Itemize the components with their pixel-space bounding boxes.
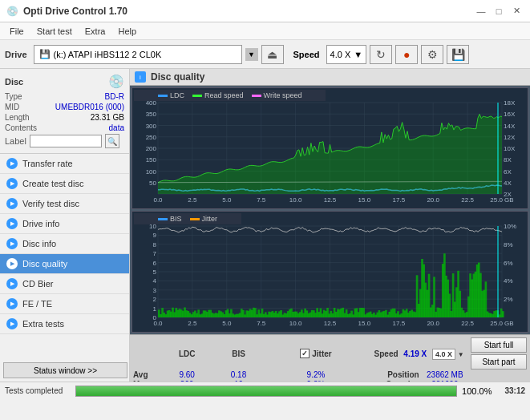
speed-header-value: 4.19 X	[403, 349, 427, 358]
verify-test-disc-icon: ▶	[6, 198, 18, 209]
disc-quality-label: Disc quality	[22, 259, 67, 269]
speed-header-select[interactable]: 4.0 X	[432, 349, 455, 360]
stats-header-row: LDC BIS ✓ Jitter Speed 4.19 X 4.0 X ▼ St…	[133, 337, 527, 370]
progress-text: 100.0%	[462, 386, 492, 396]
drive-info-icon: ▶	[6, 218, 18, 229]
sidebar-item-disc-info[interactable]: ▶ Disc info	[0, 234, 129, 254]
speed-select[interactable]: 4.0 X ▼	[326, 45, 367, 64]
sidebar-item-drive-info[interactable]: ▶ Drive info	[0, 214, 129, 234]
stats-header-speed: Speed 4.19 X 4.0 X ▼	[367, 349, 471, 358]
drive-dropdown-arrow[interactable]: ▼	[245, 48, 258, 61]
menu-file[interactable]: File	[3, 25, 30, 38]
status-text: Tests completed	[5, 386, 63, 395]
stats-header-jitter-check: ✓ Jitter	[265, 349, 368, 358]
sidebar-item-transfer-rate[interactable]: ▶ Transfer rate	[0, 154, 129, 174]
transfer-rate-label: Transfer rate	[22, 159, 73, 168]
burn-button[interactable]: ●	[395, 45, 418, 64]
verify-test-disc-label: Verify test disc	[22, 199, 79, 208]
drive-label: Drive	[5, 50, 27, 59]
drive-value: (k:) ATAPI iHBS112 2 CL0K	[54, 50, 162, 59]
start-part-button[interactable]: Start part	[471, 354, 527, 370]
disc-contents-value: data	[109, 123, 124, 132]
title-bar-controls: — □ ✕	[474, 4, 524, 18]
disc-label-btn[interactable]: 🔍	[105, 134, 119, 148]
chart1-canvas	[132, 88, 528, 208]
minimize-button[interactable]: —	[474, 4, 488, 18]
disc-type-row: Type BD-R	[5, 92, 124, 101]
disc-type-label: Type	[5, 92, 22, 101]
max-bis: 10	[212, 380, 264, 382]
drive-select[interactable]: 💾 (k:) ATAPI iHBS112 2 CL0K	[34, 45, 242, 64]
progress-bar-bg	[75, 386, 457, 397]
save-button[interactable]: 💾	[447, 45, 469, 64]
speed-header-label: Speed	[374, 349, 399, 358]
status-time: 33:12	[504, 386, 525, 395]
disc-label-input[interactable]	[30, 135, 102, 147]
title-bar: 💿 Opti Drive Control 1.70 — □ ✕	[0, 0, 530, 22]
right-panel: i Disc quality LDC Read speed	[130, 69, 530, 382]
status-bar: Tests completed 100.0% 33:12	[0, 382, 530, 399]
sidebar-item-extra-tests[interactable]: ▶ Extra tests	[0, 314, 129, 334]
chart2-container: BIS Jitter	[131, 211, 528, 333]
app-title: Opti Drive Control 1.70	[23, 6, 127, 17]
speed-dropdown-icon[interactable]: ▼	[458, 351, 464, 358]
jitter-checkbox[interactable]: ✓	[300, 349, 310, 358]
sidebar-item-disc-quality[interactable]: ▶ Disc quality	[0, 254, 129, 274]
fe-te-icon: ▶	[6, 298, 18, 309]
write-legend-dot	[252, 95, 261, 97]
content-icon: i	[135, 71, 146, 83]
sidebar-item-create-test-disc[interactable]: ▶ Create test disc	[0, 174, 129, 194]
content-title: Disc quality	[151, 71, 204, 83]
refresh-button[interactable]: ↻	[370, 45, 392, 64]
main-content: Disc 💿 Type BD-R MID UMEBDR016 (000) Len…	[0, 69, 530, 382]
stats-max-row: Max 369 10 9.8% Samples 381600	[133, 380, 527, 382]
bis-legend-label: BIS	[170, 215, 182, 223]
menu-help[interactable]: Help	[111, 25, 143, 38]
jitter-legend-dot	[190, 218, 200, 220]
status-window-btn[interactable]: Status window >>	[3, 362, 127, 378]
disc-mid-row: MID UMEBDR016 (000)	[5, 103, 124, 111]
toolbar: Drive 💾 (k:) ATAPI iHBS112 2 CL0K ▼ ⏏ Sp…	[0, 40, 530, 69]
disc-panel-header: Disc 💿	[5, 74, 124, 89]
content-header: i Disc quality	[130, 69, 530, 86]
menu-bar: File Start test Extra Help	[0, 22, 530, 40]
disc-contents-label: Contents	[5, 123, 37, 132]
close-button[interactable]: ✕	[509, 4, 524, 18]
cd-bier-label: CD Bier	[22, 279, 54, 289]
transfer-rate-icon: ▶	[6, 158, 18, 169]
chart1-container: LDC Read speed Write speed	[131, 87, 528, 209]
extra-tests-label: Extra tests	[22, 319, 64, 329]
avg-ldc: 9.60	[161, 370, 212, 379]
write-legend-label: Write speed	[264, 91, 302, 99]
avg-label: Avg	[133, 370, 161, 379]
disc-panel-title: Disc	[5, 77, 23, 87]
fe-te-label: FE / TE	[22, 299, 52, 309]
sidebar: Disc 💿 Type BD-R MID UMEBDR016 (000) Len…	[0, 69, 130, 382]
stats-header-ldc: LDC	[161, 349, 212, 358]
disc-label-row: Label 🔍	[5, 134, 124, 148]
jitter-legend-item: Jitter	[190, 215, 218, 223]
menu-extra[interactable]: Extra	[79, 25, 112, 38]
settings-button[interactable]: ⚙	[421, 45, 443, 64]
app-icon: 💿	[6, 6, 18, 17]
disc-info-icon: ▶	[6, 238, 18, 249]
sidebar-item-cd-bier[interactable]: ▶ CD Bier	[0, 274, 129, 294]
disc-mid-value: UMEBDR016 (000)	[55, 103, 124, 111]
menu-start-test[interactable]: Start test	[30, 25, 79, 38]
disc-mid-label: MID	[5, 103, 19, 111]
bis-legend-dot	[158, 218, 168, 220]
nav-items: ▶ Transfer rate ▶ Create test disc ▶ Ver…	[0, 154, 129, 359]
status-window-label: Status window >>	[34, 366, 97, 375]
progress-bar-fill	[76, 386, 456, 396]
bis-legend-item: BIS	[158, 215, 182, 223]
sidebar-item-verify-test-disc[interactable]: ▶ Verify test disc	[0, 194, 129, 214]
maximize-button[interactable]: □	[492, 4, 506, 18]
title-bar-left: 💿 Opti Drive Control 1.70	[6, 6, 127, 17]
sidebar-item-fe-te[interactable]: ▶ FE / TE	[0, 294, 129, 314]
eject-button[interactable]: ⏏	[261, 45, 284, 64]
disc-label-label: Label	[5, 136, 26, 146]
start-full-button[interactable]: Start full	[471, 337, 527, 353]
write-legend-item: Write speed	[252, 91, 302, 99]
max-label: Max	[133, 380, 161, 382]
extra-tests-icon: ▶	[6, 318, 18, 329]
